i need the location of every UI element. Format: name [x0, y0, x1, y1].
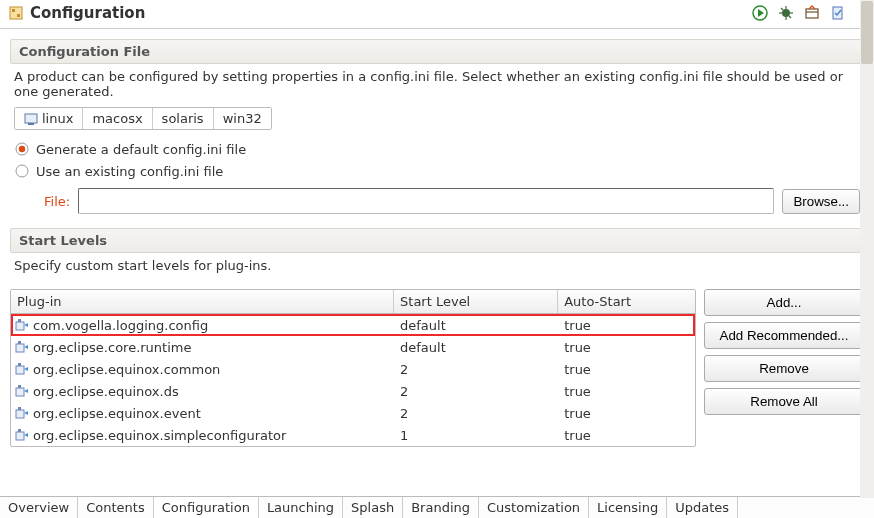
platform-tab-win32[interactable]: win32 — [214, 108, 271, 129]
platform-tab-macosx[interactable]: macosx — [83, 108, 152, 129]
svg-rect-32 — [16, 410, 24, 418]
config-file-description: A product can be configured by setting p… — [10, 64, 864, 107]
plugin-icon — [15, 406, 29, 420]
remove-button[interactable]: Remove — [704, 355, 864, 382]
col-start-level[interactable]: Start Level — [394, 290, 558, 313]
table-row[interactable]: org.eclipse.equinox.ds2true — [11, 380, 695, 402]
tab-overview[interactable]: Overview — [0, 497, 78, 518]
svg-rect-35 — [16, 432, 24, 440]
platform-tab-linux[interactable]: linux — [15, 108, 83, 129]
add-recommended-button[interactable]: Add Recommended... — [704, 322, 864, 349]
table-row[interactable]: org.eclipse.core.runtimedefaulttrue — [11, 336, 695, 358]
svg-rect-36 — [18, 429, 21, 432]
tab-splash[interactable]: Splash — [343, 497, 403, 518]
svg-rect-20 — [16, 322, 24, 330]
scrollbar-thumb[interactable] — [861, 1, 873, 64]
plugin-name: com.vogella.logging.config — [33, 318, 208, 333]
svg-rect-16 — [28, 123, 34, 125]
radio-existing[interactable]: Use an existing config.ini file — [10, 160, 864, 182]
file-label: File: — [44, 194, 70, 209]
col-auto-start[interactable]: Auto-Start — [558, 290, 695, 313]
remove-all-button[interactable]: Remove All — [704, 388, 864, 415]
svg-rect-33 — [18, 407, 21, 410]
vertical-scrollbar[interactable] — [860, 0, 874, 498]
platform-icon — [24, 112, 38, 126]
header-toolbar — [752, 5, 866, 21]
config-file-title: Configuration File — [10, 39, 864, 64]
svg-point-19 — [16, 165, 28, 177]
start-level-cell: default — [394, 340, 558, 355]
svg-rect-30 — [18, 385, 21, 388]
browse-button[interactable]: Browse... — [782, 189, 860, 214]
add-button[interactable]: Add... — [704, 289, 864, 316]
auto-start-cell: true — [558, 318, 695, 333]
side-buttons: Add... Add Recommended... Remove Remove … — [704, 289, 864, 447]
radio-generate[interactable]: Generate a default config.ini file — [10, 138, 864, 160]
svg-marker-31 — [24, 389, 28, 393]
file-row: File: Browse... — [10, 182, 864, 214]
plugins-table[interactable]: Plug-in Start Level Auto-Start com.vogel… — [10, 289, 696, 447]
auto-start-cell: true — [558, 384, 695, 399]
plugins-area: Plug-in Start Level Auto-Start com.vogel… — [10, 289, 864, 447]
svg-marker-34 — [24, 411, 28, 415]
config-file-section: Configuration File A product can be conf… — [10, 39, 864, 214]
start-level-cell: 1 — [394, 428, 558, 443]
platform-tab-label: win32 — [223, 111, 262, 126]
tab-updates[interactable]: Updates — [667, 497, 738, 518]
col-plugin[interactable]: Plug-in — [11, 290, 394, 313]
run-icon[interactable] — [752, 5, 768, 21]
platform-tabs: linuxmacosxsolariswin32 — [14, 107, 272, 130]
tab-licensing[interactable]: Licensing — [589, 497, 667, 518]
file-input[interactable] — [78, 188, 774, 214]
table-row[interactable]: org.eclipse.equinox.event2true — [11, 402, 695, 424]
platform-tab-label: linux — [42, 111, 73, 126]
table-row[interactable]: org.eclipse.equinox.common2true — [11, 358, 695, 380]
svg-rect-27 — [18, 363, 21, 366]
start-level-cell: 2 — [394, 384, 558, 399]
svg-marker-22 — [24, 323, 28, 327]
plugin-name: org.eclipse.equinox.event — [33, 406, 201, 421]
auto-start-cell: true — [558, 340, 695, 355]
svg-rect-14 — [833, 7, 842, 19]
svg-rect-2 — [17, 14, 20, 17]
plugin-name: org.eclipse.equinox.common — [33, 362, 220, 377]
platform-tab-label: macosx — [92, 111, 142, 126]
radio-existing-label: Use an existing config.ini file — [36, 164, 223, 179]
svg-marker-37 — [24, 433, 28, 437]
tab-contents[interactable]: Contents — [78, 497, 153, 518]
table-row[interactable]: org.eclipse.equinox.simpleconfigurator1t… — [11, 424, 695, 446]
start-level-cell: default — [394, 318, 558, 333]
export-icon[interactable] — [804, 5, 820, 21]
svg-line-11 — [789, 16, 791, 18]
radio-generate-label: Generate a default config.ini file — [36, 142, 246, 157]
svg-rect-21 — [18, 319, 21, 322]
table-header: Plug-in Start Level Auto-Start — [11, 290, 695, 314]
svg-rect-29 — [16, 388, 24, 396]
page-title: Configuration — [30, 4, 752, 22]
editor-header: Configuration — [0, 0, 874, 29]
validate-icon[interactable] — [830, 5, 846, 21]
svg-rect-1 — [12, 9, 15, 12]
tab-configuration[interactable]: Configuration — [154, 497, 259, 518]
tab-branding[interactable]: Branding — [403, 497, 479, 518]
plugin-name: org.eclipse.equinox.ds — [33, 384, 179, 399]
auto-start-cell: true — [558, 406, 695, 421]
plugin-icon — [15, 340, 29, 354]
bottom-tabs: OverviewContentsConfigurationLaunchingSp… — [0, 496, 874, 518]
plugin-icon — [15, 428, 29, 442]
svg-point-5 — [782, 9, 790, 17]
plugin-icon — [15, 384, 29, 398]
debug-icon[interactable] — [778, 5, 794, 21]
svg-rect-24 — [18, 341, 21, 344]
svg-point-18 — [19, 146, 25, 152]
table-row[interactable]: com.vogella.logging.configdefaulttrue — [11, 314, 695, 336]
plugin-name: org.eclipse.equinox.simpleconfigurator — [33, 428, 286, 443]
start-level-cell: 2 — [394, 362, 558, 377]
plugin-icon — [15, 318, 29, 332]
tab-launching[interactable]: Launching — [259, 497, 343, 518]
auto-start-cell: true — [558, 362, 695, 377]
tab-customization[interactable]: Customization — [479, 497, 589, 518]
svg-marker-28 — [24, 367, 28, 371]
platform-tab-solaris[interactable]: solaris — [153, 108, 214, 129]
svg-rect-26 — [16, 366, 24, 374]
